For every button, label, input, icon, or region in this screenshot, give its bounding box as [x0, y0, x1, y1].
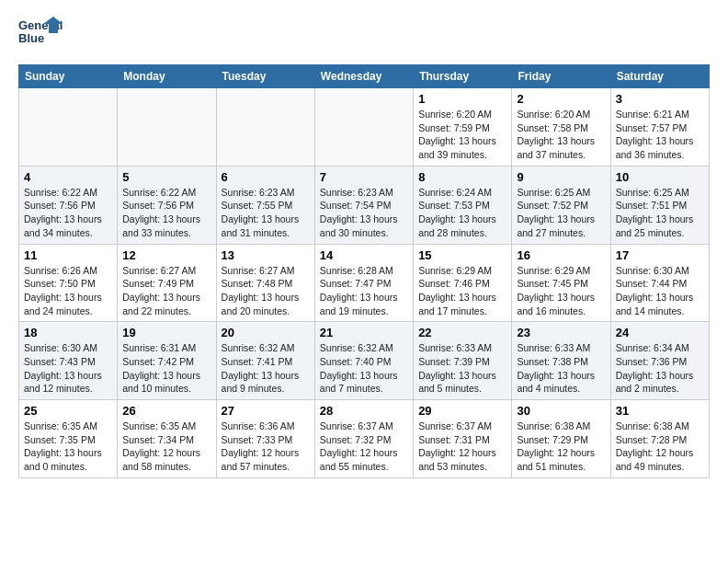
day-number: 19 — [122, 326, 210, 339]
day-number: 1 — [418, 92, 506, 106]
day-number: 24 — [616, 326, 704, 339]
calendar-cell: 21Sunrise: 6:32 AM Sunset: 7:40 PM Dayli… — [314, 322, 413, 400]
day-info: Sunrise: 6:28 AM Sunset: 7:47 PM Dayligh… — [320, 264, 408, 318]
day-info: Sunrise: 6:22 AM Sunset: 7:56 PM Dayligh… — [122, 186, 210, 240]
day-info: Sunrise: 6:22 AM Sunset: 7:56 PM Dayligh… — [24, 186, 112, 240]
logo-svg: General Blue — [18, 15, 64, 55]
day-number: 7 — [320, 170, 408, 184]
calendar-cell — [216, 88, 314, 167]
calendar-cell: 16Sunrise: 6:29 AM Sunset: 7:45 PM Dayli… — [512, 244, 610, 322]
day-info: Sunrise: 6:30 AM Sunset: 7:43 PM Dayligh… — [24, 341, 112, 396]
calendar-cell: 1Sunrise: 6:20 AM Sunset: 7:59 PM Daylig… — [414, 88, 512, 167]
day-info: Sunrise: 6:21 AM Sunset: 7:57 PM Dayligh… — [616, 108, 704, 162]
calendar-cell — [314, 88, 413, 167]
calendar-cell: 27Sunrise: 6:36 AM Sunset: 7:33 PM Dayli… — [216, 400, 314, 478]
weekday-header-sunday: Sunday — [19, 65, 118, 88]
day-info: Sunrise: 6:33 AM Sunset: 7:38 PM Dayligh… — [517, 341, 605, 396]
day-info: Sunrise: 6:36 AM Sunset: 7:33 PM Dayligh… — [222, 419, 310, 474]
day-info: Sunrise: 6:26 AM Sunset: 7:50 PM Dayligh… — [24, 264, 112, 318]
calendar-cell: 2Sunrise: 6:20 AM Sunset: 7:58 PM Daylig… — [512, 88, 610, 167]
calendar-cell: 23Sunrise: 6:33 AM Sunset: 7:38 PM Dayli… — [512, 322, 610, 400]
day-number: 15 — [418, 248, 506, 262]
day-number: 14 — [320, 248, 408, 262]
day-info: Sunrise: 6:31 AM Sunset: 7:42 PM Dayligh… — [122, 341, 210, 396]
calendar-table: SundayMondayTuesdayWednesdayThursdayFrid… — [18, 64, 710, 478]
day-number: 23 — [517, 326, 605, 339]
day-info: Sunrise: 6:38 AM Sunset: 7:28 PM Dayligh… — [616, 419, 704, 474]
day-info: Sunrise: 6:29 AM Sunset: 7:46 PM Dayligh… — [418, 264, 506, 318]
calendar-week-5: 25Sunrise: 6:35 AM Sunset: 7:35 PM Dayli… — [19, 400, 710, 478]
calendar-cell: 28Sunrise: 6:37 AM Sunset: 7:32 PM Dayli… — [314, 400, 413, 478]
calendar-cell: 29Sunrise: 6:37 AM Sunset: 7:31 PM Dayli… — [414, 400, 512, 478]
day-info: Sunrise: 6:23 AM Sunset: 7:55 PM Dayligh… — [222, 186, 310, 240]
day-number: 22 — [418, 326, 506, 339]
calendar-cell: 22Sunrise: 6:33 AM Sunset: 7:39 PM Dayli… — [414, 322, 512, 400]
calendar-cell: 17Sunrise: 6:30 AM Sunset: 7:44 PM Dayli… — [610, 244, 709, 322]
calendar-cell: 13Sunrise: 6:27 AM Sunset: 7:48 PM Dayli… — [216, 244, 314, 322]
calendar-week-4: 18Sunrise: 6:30 AM Sunset: 7:43 PM Dayli… — [19, 322, 710, 400]
day-number: 5 — [122, 170, 210, 184]
calendar-week-2: 4Sunrise: 6:22 AM Sunset: 7:56 PM Daylig… — [19, 166, 710, 244]
day-info: Sunrise: 6:30 AM Sunset: 7:44 PM Dayligh… — [616, 264, 704, 318]
day-number: 16 — [517, 248, 605, 262]
day-info: Sunrise: 6:35 AM Sunset: 7:34 PM Dayligh… — [122, 419, 210, 474]
calendar-cell: 3Sunrise: 6:21 AM Sunset: 7:57 PM Daylig… — [610, 88, 709, 167]
day-number: 4 — [24, 170, 112, 184]
calendar-cell: 9Sunrise: 6:25 AM Sunset: 7:52 PM Daylig… — [512, 166, 610, 244]
day-number: 21 — [320, 326, 408, 339]
day-number: 11 — [24, 248, 112, 262]
day-info: Sunrise: 6:20 AM Sunset: 7:59 PM Dayligh… — [418, 108, 506, 162]
day-number: 30 — [517, 404, 605, 418]
day-number: 2 — [517, 92, 605, 106]
day-number: 18 — [24, 326, 112, 339]
day-number: 31 — [616, 404, 704, 418]
calendar-cell: 15Sunrise: 6:29 AM Sunset: 7:46 PM Dayli… — [414, 244, 512, 322]
calendar-cell: 20Sunrise: 6:32 AM Sunset: 7:41 PM Dayli… — [216, 322, 314, 400]
weekday-header-wednesday: Wednesday — [314, 65, 413, 88]
day-info: Sunrise: 6:38 AM Sunset: 7:29 PM Dayligh… — [517, 419, 605, 474]
calendar-cell: 7Sunrise: 6:23 AM Sunset: 7:54 PM Daylig… — [314, 166, 413, 244]
calendar-cell: 18Sunrise: 6:30 AM Sunset: 7:43 PM Dayli… — [19, 322, 118, 400]
page-header: General Blue — [18, 15, 710, 55]
calendar-cell: 26Sunrise: 6:35 AM Sunset: 7:34 PM Dayli… — [118, 400, 216, 478]
day-number: 25 — [24, 404, 112, 418]
day-number: 28 — [320, 404, 408, 418]
svg-text:Blue: Blue — [18, 31, 44, 45]
day-number: 6 — [222, 170, 310, 184]
calendar-cell: 14Sunrise: 6:28 AM Sunset: 7:47 PM Dayli… — [314, 244, 413, 322]
weekday-header-monday: Monday — [118, 65, 216, 88]
day-info: Sunrise: 6:25 AM Sunset: 7:52 PM Dayligh… — [517, 186, 605, 240]
calendar-cell — [19, 88, 118, 167]
calendar-cell: 6Sunrise: 6:23 AM Sunset: 7:55 PM Daylig… — [216, 166, 314, 244]
day-info: Sunrise: 6:25 AM Sunset: 7:51 PM Dayligh… — [616, 186, 704, 240]
calendar-week-3: 11Sunrise: 6:26 AM Sunset: 7:50 PM Dayli… — [19, 244, 710, 322]
calendar-cell — [118, 88, 216, 167]
calendar-cell: 4Sunrise: 6:22 AM Sunset: 7:56 PM Daylig… — [19, 166, 118, 244]
day-info: Sunrise: 6:23 AM Sunset: 7:54 PM Dayligh… — [320, 186, 408, 240]
day-info: Sunrise: 6:32 AM Sunset: 7:40 PM Dayligh… — [320, 341, 408, 396]
day-number: 10 — [616, 170, 704, 184]
day-info: Sunrise: 6:32 AM Sunset: 7:41 PM Dayligh… — [222, 341, 310, 396]
calendar-cell: 12Sunrise: 6:27 AM Sunset: 7:49 PM Dayli… — [118, 244, 216, 322]
calendar-cell: 19Sunrise: 6:31 AM Sunset: 7:42 PM Dayli… — [118, 322, 216, 400]
day-info: Sunrise: 6:35 AM Sunset: 7:35 PM Dayligh… — [24, 419, 112, 474]
calendar-week-1: 1Sunrise: 6:20 AM Sunset: 7:59 PM Daylig… — [19, 88, 710, 167]
calendar-cell: 31Sunrise: 6:38 AM Sunset: 7:28 PM Dayli… — [610, 400, 709, 478]
calendar-cell: 25Sunrise: 6:35 AM Sunset: 7:35 PM Dayli… — [19, 400, 118, 478]
day-info: Sunrise: 6:20 AM Sunset: 7:58 PM Dayligh… — [517, 108, 605, 162]
calendar-cell: 24Sunrise: 6:34 AM Sunset: 7:36 PM Dayli… — [610, 322, 709, 400]
logo: General Blue — [18, 15, 64, 55]
day-info: Sunrise: 6:27 AM Sunset: 7:49 PM Dayligh… — [122, 264, 210, 318]
day-number: 27 — [222, 404, 310, 418]
day-info: Sunrise: 6:34 AM Sunset: 7:36 PM Dayligh… — [616, 341, 704, 396]
weekday-header-tuesday: Tuesday — [216, 65, 314, 88]
day-number: 13 — [222, 248, 310, 262]
day-info: Sunrise: 6:27 AM Sunset: 7:48 PM Dayligh… — [222, 264, 310, 318]
day-info: Sunrise: 6:33 AM Sunset: 7:39 PM Dayligh… — [418, 341, 506, 396]
day-number: 29 — [418, 404, 506, 418]
day-number: 20 — [222, 326, 310, 339]
day-number: 3 — [616, 92, 704, 106]
day-info: Sunrise: 6:37 AM Sunset: 7:32 PM Dayligh… — [320, 419, 408, 474]
calendar-cell: 5Sunrise: 6:22 AM Sunset: 7:56 PM Daylig… — [118, 166, 216, 244]
weekday-header-thursday: Thursday — [414, 65, 512, 88]
